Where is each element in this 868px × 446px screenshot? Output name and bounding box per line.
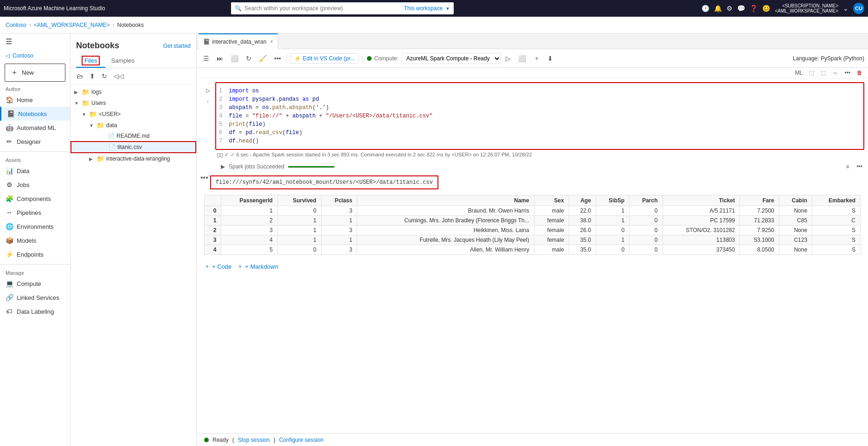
output-more-icon[interactable]: •••: [200, 174, 208, 182]
topbar-user-info[interactable]: <SUBSCRIPTION_NAME> <AML_WORKSPACE_NAME>: [775, 3, 838, 13]
clock-icon[interactable]: 🕐: [701, 5, 709, 12]
chat-icon[interactable]: 💬: [737, 5, 745, 12]
tree-item-users[interactable]: ▼ 📁 Users: [71, 97, 196, 109]
tree-arrow-interactive[interactable]: ▶: [89, 156, 95, 162]
tree-arrow-users[interactable]: ▼: [74, 101, 80, 106]
notebook-tabs: 📓 interactive_data_wran ×: [197, 33, 868, 49]
notebook-tab-close[interactable]: ×: [270, 39, 273, 44]
refresh-btn[interactable]: ↻: [99, 71, 109, 81]
nav-workspace[interactable]: <AML_WORKSPACE_NAME>: [34, 22, 110, 28]
cell-more-btn[interactable]: •••: [842, 69, 852, 77]
sidebar-item-data-labeling[interactable]: 🏷 Data Labeling: [0, 304, 70, 318]
expand-icon[interactable]: ⌄: [843, 5, 849, 12]
col-passengerid: PassengerId: [221, 195, 277, 206]
compute-section: Compute: AzureML Spark Compute - Ready: [367, 53, 501, 64]
compute-select[interactable]: AzureML Spark Compute - Ready: [401, 53, 501, 64]
nav-contoso[interactable]: Contoso: [6, 22, 26, 28]
search-input[interactable]: [244, 5, 401, 12]
sidebar-item-pipelines[interactable]: ↔ Pipelines: [0, 206, 70, 220]
ml-btn[interactable]: ML: [793, 69, 805, 77]
sidebar-item-jobs[interactable]: ⚙ Jobs: [0, 178, 70, 192]
sidebar-toggle-btn[interactable]: ☰: [0, 33, 70, 50]
cell-btn1[interactable]: ⬚: [807, 69, 816, 77]
collapse-btn[interactable]: ◁◁: [111, 71, 126, 81]
status-bar: Ready ( Stop session ) Configure session: [197, 433, 868, 446]
cell-btn2[interactable]: ⬚: [819, 69, 828, 77]
clear-btn[interactable]: 🧹: [256, 53, 270, 64]
spark-more-btn[interactable]: •••: [855, 162, 864, 171]
help-icon[interactable]: ❓: [750, 5, 758, 12]
col-embarked: Embarked: [812, 195, 861, 206]
row-1-parch: 0: [630, 216, 662, 226]
more-toolbar-btn[interactable]: •••: [271, 53, 284, 64]
tree-arrow-logs[interactable]: ▶: [74, 90, 80, 95]
sidebar-back-btn[interactable]: ◁ Contoso: [0, 50, 70, 62]
tree-item-logs[interactable]: ▶ 📁 logs: [71, 86, 196, 97]
cell-delete-btn[interactable]: 🗑: [855, 69, 864, 77]
tree-item-data[interactable]: ▼ 📁 data: [71, 120, 196, 131]
search-scope-chevron[interactable]: ▼: [445, 6, 450, 11]
tab-files[interactable]: Files: [76, 54, 105, 68]
tree-arrow-data[interactable]: ▼: [89, 123, 95, 128]
df-table-container: PassengerId Survived Pclass Name Sex Age…: [204, 195, 861, 255]
sidebar-item-linked-services[interactable]: 🔗 Linked Services: [0, 291, 70, 304]
cell-down-btn[interactable]: ↓: [204, 97, 212, 105]
notebook-tab-label: interactive_data_wran: [212, 39, 266, 45]
row-0-ticket: A/5 21171: [662, 206, 740, 216]
cell-btn3[interactable]: ↔: [830, 69, 840, 77]
upload-btn[interactable]: ⬆: [87, 71, 97, 81]
add-cell-before-btn[interactable]: ⬜: [515, 53, 529, 64]
add-code-label: + Code: [212, 263, 231, 270]
run-all-btn[interactable]: ⏭: [214, 53, 226, 64]
add-markdown-cell-btn[interactable]: ＋ + Markdown: [237, 262, 278, 271]
download-btn[interactable]: ⬇: [545, 53, 556, 64]
tree-item-user[interactable]: ▼ 📁 <USER>: [71, 109, 196, 120]
sidebar-item-components[interactable]: 🧩 Components: [0, 192, 70, 206]
run-this-cell-btn[interactable]: ▷: [203, 86, 213, 95]
spark-list-btn[interactable]: ≡: [844, 162, 851, 171]
get-started-link[interactable]: Get started: [163, 43, 191, 49]
menu-btn[interactable]: ☰: [200, 53, 212, 64]
restart-btn[interactable]: ↻: [243, 53, 254, 64]
row-0-index: 0: [205, 206, 221, 216]
stop-session-link[interactable]: Stop session: [238, 437, 270, 443]
manage-label: Manage: [0, 267, 70, 277]
settings-icon[interactable]: ⚙: [727, 5, 733, 12]
cell-status: [1] ✓ ✓ 6 sec - Apache Spark session sta…: [217, 152, 864, 158]
new-button[interactable]: ＋ New: [5, 64, 65, 82]
files-tab-label: Files: [82, 56, 100, 65]
search-scope-label[interactable]: This workspace: [404, 5, 443, 12]
bell-icon[interactable]: 🔔: [714, 5, 722, 12]
add-code-cell-btn[interactable]: ＋ + Code: [204, 262, 231, 271]
sidebar-automl-label: Automated ML: [17, 124, 56, 131]
sidebar-item-designer[interactable]: ✏ Designer: [0, 135, 70, 149]
code-content[interactable]: import os import pyspark.pandas as pd ab…: [225, 83, 863, 149]
edit-vscode-btn[interactable]: ⚡ Edit in VS Code (pr...: [290, 53, 359, 64]
notebook-tab-main[interactable]: 📓 interactive_data_wran ×: [199, 33, 278, 49]
topbar-icons: 🕐 🔔 ⚙ 💬 ❓ 😊 <SUBSCRIPTION_NAME> <AML_WOR…: [701, 3, 864, 14]
stop-btn[interactable]: ⬜: [228, 53, 241, 64]
tree-arrow-user[interactable]: ▼: [82, 112, 87, 117]
emoji-icon[interactable]: 😊: [762, 5, 770, 12]
sidebar-item-endpoints[interactable]: ⚡ Endpoints: [0, 247, 70, 261]
configure-session-link[interactable]: Configure session: [279, 437, 323, 443]
tab-samples[interactable]: Samples: [105, 54, 140, 68]
tree-item-readme[interactable]: 📄 README.md: [71, 131, 196, 141]
col-name: Name: [357, 195, 534, 206]
run-cell-btn[interactable]: ▷: [503, 53, 514, 64]
sidebar-item-data[interactable]: 📊 Data: [0, 164, 70, 178]
tree-item-titanic-csv[interactable]: 📄 titanic.csv: [71, 141, 196, 153]
col-cabin: Cabin: [779, 195, 812, 206]
sidebar-item-compute[interactable]: 💻 Compute: [0, 277, 70, 291]
sidebar-item-automated-ml[interactable]: 🤖 Automated ML: [0, 121, 70, 135]
notebook-content: ▷ ↓ 1234567 import os import pyspark.pan…: [197, 78, 868, 433]
sidebar-item-environments[interactable]: 🌐 Environments: [0, 220, 70, 233]
new-folder-btn[interactable]: 🗁: [74, 71, 85, 81]
sidebar-item-notebooks[interactable]: 📓 Notebooks: [0, 107, 70, 121]
tree-item-interactive-wrangling[interactable]: ▶ 📁 interactive-data-wrangling: [71, 153, 196, 164]
avatar[interactable]: CU: [853, 3, 864, 14]
sidebar-item-models[interactable]: 📦 Models: [0, 233, 70, 247]
add-cell-after-btn[interactable]: ＋: [531, 53, 543, 64]
sidebar-item-home[interactable]: 🏠 Home: [0, 93, 70, 107]
df-table-body: 0 1 0 3 Braund, Mr. Owen Harris male 22.…: [205, 206, 861, 255]
